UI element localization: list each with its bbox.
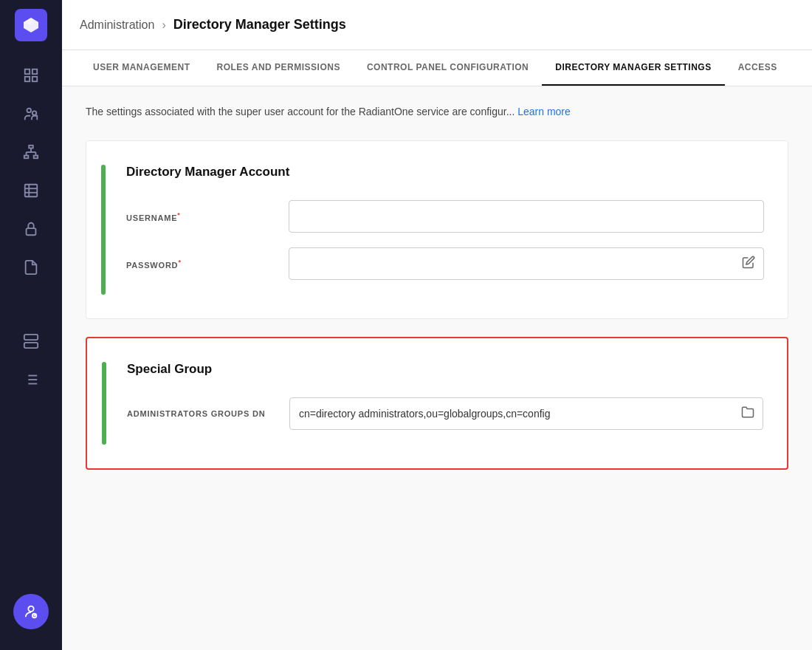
tab-access[interactable]: ACCESS	[725, 50, 791, 86]
user-settings-button[interactable]	[13, 594, 49, 629]
sidebar-item-dashboard[interactable]	[15, 59, 47, 92]
password-required-indicator: *	[178, 259, 181, 266]
admins-dn-field-row: ADMINISTRATORS GROUPS DN	[127, 397, 763, 430]
section-title-account: Directory Manager Account	[126, 165, 764, 179]
sidebar-item-lists[interactable]	[15, 363, 47, 396]
sidebar-item-hierarchy[interactable]	[15, 136, 47, 168]
password-input[interactable]	[289, 247, 764, 280]
sidebar-item-security[interactable]	[15, 213, 47, 245]
svg-rect-8	[34, 156, 38, 159]
username-label: USERNAME*	[126, 211, 289, 222]
admins-dn-label: ADMINISTRATORS GROUPS DN	[127, 409, 289, 418]
svg-rect-1	[32, 69, 37, 74]
username-input[interactable]	[289, 200, 764, 233]
password-edit-icon[interactable]	[742, 256, 755, 272]
learn-more-link[interactable]: Learn more	[517, 106, 571, 117]
svg-rect-7	[24, 156, 29, 159]
sidebar-item-documents[interactable]	[15, 251, 47, 284]
breadcrumb-separator: ›	[162, 18, 165, 32]
username-field-row: USERNAME*	[126, 200, 764, 233]
app-logo[interactable]	[15, 9, 47, 41]
section-accent-bar	[101, 165, 106, 295]
admins-dn-input[interactable]	[289, 397, 763, 430]
sidebar-bottom	[13, 594, 49, 641]
svg-rect-18	[24, 335, 38, 340]
password-input-wrap	[289, 247, 764, 280]
svg-rect-0	[25, 69, 30, 74]
tab-directory-manager-settings[interactable]: DIRECTORY MANAGER SETTINGS	[542, 50, 724, 86]
username-input-wrap	[289, 200, 764, 233]
svg-point-4	[27, 109, 32, 113]
svg-point-28	[28, 606, 33, 612]
folder-browse-icon[interactable]	[741, 406, 754, 422]
sidebar	[0, 0, 62, 650]
tabs-bar: USER MANAGEMENT ROLES AND PERMISSIONS CO…	[62, 50, 812, 86]
page-content: The settings associated with the super u…	[62, 86, 812, 650]
description-text: The settings associated with the super u…	[86, 106, 515, 117]
directory-manager-account-section: Directory Manager Account USERNAME* PASS…	[86, 140, 788, 319]
svg-rect-2	[25, 77, 30, 81]
svg-point-5	[32, 111, 37, 115]
username-required-indicator: *	[177, 211, 180, 219]
svg-rect-17	[27, 228, 36, 235]
svg-rect-13	[25, 185, 38, 197]
tab-user-management[interactable]: USER MANAGEMENT	[80, 50, 204, 86]
tab-roles-permissions[interactable]: ROLES AND PERMISSIONS	[204, 50, 354, 86]
svg-rect-19	[24, 343, 38, 348]
breadcrumb-admin[interactable]: Administration	[80, 18, 154, 32]
sidebar-nav	[15, 59, 47, 594]
svg-rect-3	[32, 77, 37, 81]
sidebar-item-table[interactable]	[15, 174, 47, 207]
header: Administration › Directory Manager Setti…	[62, 0, 812, 50]
special-group-section: Special Group ADMINISTRATORS GROUPS DN	[86, 337, 788, 470]
password-label: PASSWORD*	[126, 259, 289, 270]
section-body-special-group: Special Group ADMINISTRATORS GROUPS DN	[127, 362, 763, 445]
tab-control-panel[interactable]: CONTROL PANEL CONFIGURATION	[354, 50, 542, 86]
breadcrumb-current: Directory Manager Settings	[173, 17, 346, 32]
admins-dn-input-wrap	[289, 397, 763, 430]
sidebar-item-servers[interactable]	[15, 325, 47, 358]
section-body-account: Directory Manager Account USERNAME* PASS…	[126, 165, 764, 295]
section-title-special-group: Special Group	[127, 362, 763, 377]
section-accent-bar-special	[102, 362, 106, 445]
password-field-row: PASSWORD*	[126, 247, 764, 280]
sidebar-item-groups[interactable]	[15, 98, 47, 130]
svg-rect-6	[29, 146, 33, 148]
description-bar: The settings associated with the super u…	[86, 104, 788, 120]
main-content: Administration › Directory Manager Setti…	[62, 0, 812, 650]
